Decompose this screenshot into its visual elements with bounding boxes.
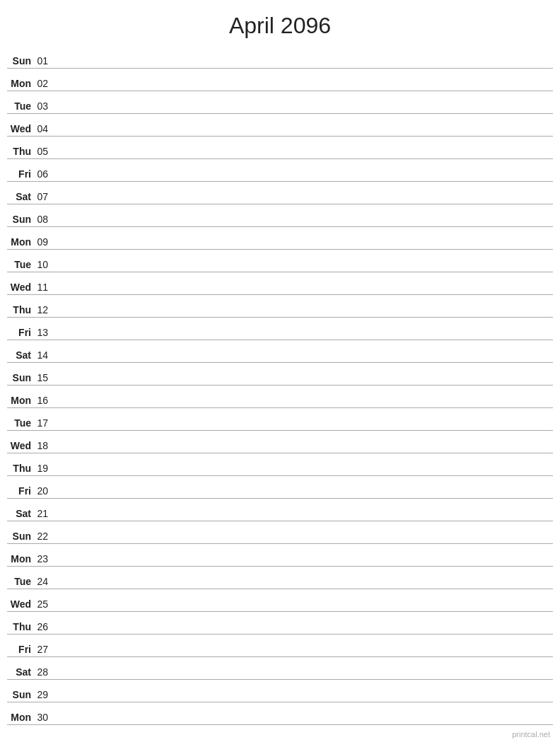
day-row: Sat28: [7, 657, 553, 680]
day-name: Tue: [7, 576, 34, 587]
day-name: Thu: [7, 463, 34, 474]
day-name: Wed: [7, 282, 34, 293]
day-name: Sat: [7, 666, 34, 678]
day-number: 27: [34, 644, 54, 655]
day-number: 22: [34, 531, 54, 542]
day-name: Mon: [7, 78, 34, 89]
day-row: Tue17: [7, 408, 553, 431]
day-name: Wed: [7, 598, 34, 610]
day-row: Fri13: [7, 318, 553, 340]
day-row: Thu05: [7, 137, 553, 159]
day-number: 29: [34, 689, 54, 700]
day-number: 12: [34, 304, 54, 315]
day-name: Tue: [7, 259, 34, 270]
day-number: 07: [34, 191, 54, 202]
day-number: 30: [34, 712, 54, 723]
day-name: Wed: [7, 440, 34, 451]
page-title: April 2096: [0, 0, 560, 46]
day-name: Thu: [7, 146, 34, 157]
day-number: 01: [34, 55, 54, 66]
day-name: Sat: [7, 508, 34, 519]
day-row: Fri06: [7, 159, 553, 182]
day-number: 08: [34, 214, 54, 225]
day-name: Mon: [7, 236, 34, 248]
day-name: Sun: [7, 372, 34, 383]
day-row: Sun29: [7, 680, 553, 702]
day-row: Mon30: [7, 702, 553, 725]
day-number: 17: [34, 417, 54, 429]
day-row: Sat21: [7, 499, 553, 521]
day-number: 26: [34, 621, 54, 632]
day-name: Wed: [7, 123, 34, 134]
day-name: Sun: [7, 214, 34, 225]
day-name: Sat: [7, 349, 34, 361]
day-row: Tue03: [7, 91, 553, 114]
day-row: Mon16: [7, 386, 553, 408]
day-row: Mon09: [7, 227, 553, 250]
day-number: 11: [34, 282, 54, 293]
day-number: 10: [34, 259, 54, 270]
day-row: Sun22: [7, 521, 553, 544]
day-name: Fri: [7, 485, 34, 497]
day-number: 02: [34, 78, 54, 89]
day-row: Wed11: [7, 272, 553, 295]
day-name: Fri: [7, 327, 34, 338]
day-number: 28: [34, 666, 54, 678]
day-row: Wed25: [7, 589, 553, 612]
day-number: 14: [34, 349, 54, 361]
day-name: Sun: [7, 55, 34, 66]
day-name: Sun: [7, 689, 34, 700]
day-number: 18: [34, 440, 54, 451]
day-name: Sat: [7, 191, 34, 202]
day-name: Tue: [7, 100, 34, 112]
day-number: 21: [34, 508, 54, 519]
day-row: Sun15: [7, 363, 553, 386]
day-number: 13: [34, 327, 54, 338]
day-row: Sat07: [7, 182, 553, 204]
day-name: Mon: [7, 712, 34, 723]
day-row: Tue10: [7, 250, 553, 272]
day-number: 03: [34, 100, 54, 112]
day-name: Fri: [7, 644, 34, 655]
day-row: Sat14: [7, 340, 553, 363]
day-row: Fri27: [7, 635, 553, 657]
day-number: 06: [34, 168, 54, 180]
day-row: Thu19: [7, 453, 553, 476]
day-row: Wed18: [7, 431, 553, 453]
day-name: Sun: [7, 531, 34, 542]
day-row: Thu12: [7, 295, 553, 318]
day-name: Fri: [7, 168, 34, 180]
calendar-grid: Sun01Mon02Tue03Wed04Thu05Fri06Sat07Sun08…: [0, 46, 560, 725]
day-number: 05: [34, 146, 54, 157]
day-number: 04: [34, 123, 54, 134]
day-name: Tue: [7, 417, 34, 429]
day-number: 24: [34, 576, 54, 587]
day-row: Sun01: [7, 46, 553, 69]
day-name: Mon: [7, 395, 34, 406]
day-name: Thu: [7, 621, 34, 632]
day-number: 15: [34, 372, 54, 383]
day-row: Fri20: [7, 476, 553, 499]
day-number: 25: [34, 598, 54, 610]
day-row: Tue24: [7, 567, 553, 589]
day-row: Wed04: [7, 114, 553, 137]
day-number: 20: [34, 485, 54, 497]
day-number: 16: [34, 395, 54, 406]
footer-text: printcal.net: [512, 730, 550, 739]
day-number: 19: [34, 463, 54, 474]
day-number: 23: [34, 553, 54, 564]
day-row: Mon23: [7, 544, 553, 567]
day-number: 09: [34, 236, 54, 248]
day-row: Thu26: [7, 612, 553, 635]
day-row: Sun08: [7, 204, 553, 227]
day-name: Thu: [7, 304, 34, 315]
day-row: Mon02: [7, 69, 553, 91]
day-name: Mon: [7, 553, 34, 564]
